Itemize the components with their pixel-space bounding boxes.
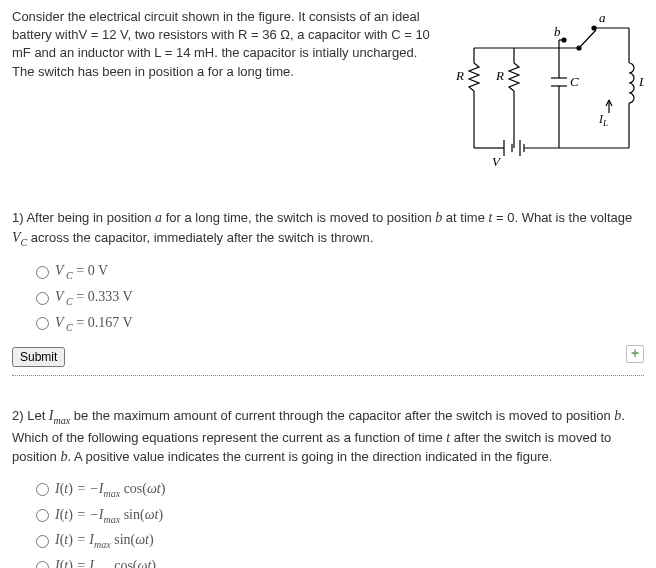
label-il: IL — [598, 112, 608, 128]
expand-icon[interactable]: + — [626, 345, 644, 363]
q2-radio-d[interactable] — [36, 561, 49, 568]
q1-radio-c[interactable] — [36, 317, 49, 330]
q2-text: 2) Let Imax be the maximum amount of cur… — [12, 406, 644, 467]
q2-option-b: I(t) = −Imax sin(ωt) — [36, 505, 644, 527]
svg-line-14 — [579, 30, 596, 48]
q1-option-a: V C = 0 V — [36, 261, 644, 283]
q2-radio-b[interactable] — [36, 509, 49, 522]
circuit-diagram: R R C L V a b IL — [444, 8, 644, 178]
label-r1: R — [455, 68, 464, 83]
question-2: 2) Let Imax be the maximum amount of cur… — [12, 406, 644, 568]
q1-text: 1) After being in position a for a long … — [12, 208, 644, 249]
q1-option-b: V C = 0.333 V — [36, 287, 644, 309]
label-a: a — [599, 10, 606, 25]
q1-radio-a[interactable] — [36, 266, 49, 279]
label-c: C — [570, 74, 579, 89]
submit-button[interactable]: Submit — [12, 347, 65, 367]
label-v: V — [492, 154, 502, 169]
q2-option-d: I(t) = Imax cos(ωt) — [36, 556, 644, 568]
q2-option-c: I(t) = Imax sin(ωt) — [36, 530, 644, 552]
q1-radio-b[interactable] — [36, 292, 49, 305]
q2-radio-a[interactable] — [36, 483, 49, 496]
q2-radio-c[interactable] — [36, 535, 49, 548]
label-l: L — [638, 74, 644, 89]
label-b: b — [554, 24, 561, 39]
question-1: 1) After being in position a for a long … — [12, 208, 644, 376]
q1-option-c: V C = 0.167 V — [36, 313, 644, 335]
label-r2: R — [495, 68, 504, 83]
intro-text: Consider the electrical circuit shown in… — [12, 8, 432, 178]
q2-option-a: I(t) = −Imax cos(ωt) — [36, 479, 644, 501]
